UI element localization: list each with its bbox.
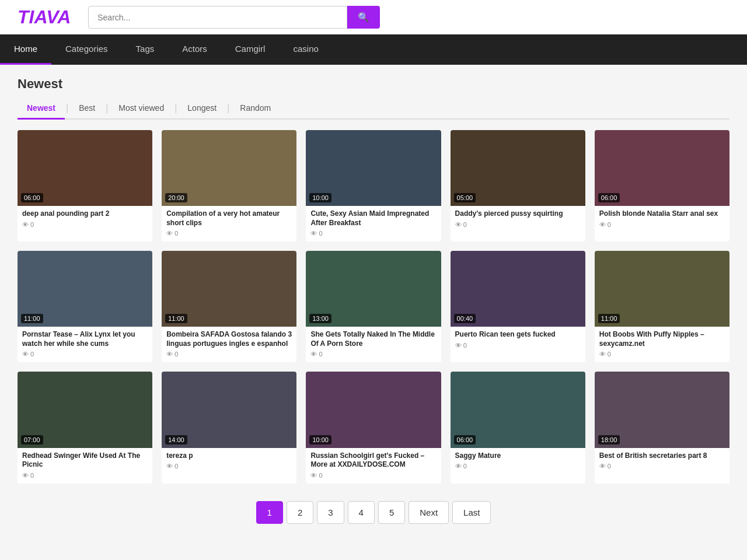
tab-separator: | — [65, 99, 69, 118]
card-info: Compilation of a very hot amateur short … — [162, 206, 296, 242]
nav-item-categories[interactable]: Categories — [51, 34, 122, 65]
video-card[interactable]: 14:00 tereza p 👁 0 — [162, 372, 296, 483]
video-card[interactable]: 11:00 Pornstar Tease – Alix Lynx let you… — [18, 251, 152, 362]
view-count: 👁 0 — [22, 472, 148, 479]
page-button-1[interactable]: 1 — [256, 501, 283, 524]
view-count: 👁 0 — [455, 221, 581, 228]
eye-icon: 👁 — [166, 230, 173, 237]
tab-most-viewed[interactable]: Most viewed — [109, 99, 173, 120]
tab-separator: | — [226, 99, 231, 118]
thumbnail-wrap: 06:00 — [18, 130, 152, 206]
view-count: 👁 0 — [166, 230, 292, 237]
search-input[interactable] — [88, 6, 347, 29]
video-card[interactable]: 18:00 Best of British secretaries part 8… — [595, 372, 729, 483]
view-count: 👁 0 — [22, 351, 148, 358]
tab-longest[interactable]: Longest — [178, 99, 226, 120]
card-info: Best of British secretaries part 8 👁 0 — [595, 448, 729, 475]
card-info: Hot Boobs With Puffy Nipples – sexycamz.… — [595, 327, 729, 362]
nav-item-camgirl[interactable]: Camgirl — [221, 34, 280, 65]
video-card[interactable]: 10:00 Russian Schoolgirl get's Fucked – … — [306, 372, 441, 483]
duration-badge: 00:40 — [454, 314, 476, 323]
video-card[interactable]: 11:00 Hot Boobs With Puffy Nipples – sex… — [595, 251, 729, 362]
video-card[interactable]: 00:40 Puerto Rican teen gets fucked 👁 0 — [451, 251, 585, 362]
video-card[interactable]: 06:00 deep anal pounding part 2 👁 0 — [18, 130, 152, 242]
video-title: Bombeira SAFADA Gostosa falando 3 lingua… — [166, 330, 292, 348]
eye-icon: 👁 — [599, 221, 606, 228]
video-card[interactable]: 05:00 Daddy's pierced pussy squirting 👁 … — [451, 130, 585, 242]
card-info: deep anal pounding part 2 👁 0 — [18, 206, 152, 233]
nav-item-actors[interactable]: Actors — [168, 34, 221, 65]
thumbnail-wrap: 11:00 — [18, 251, 152, 327]
view-count: 👁 0 — [166, 351, 292, 358]
main-nav: HomeCategoriesTagsActorsCamgirlcasino — [0, 34, 747, 65]
view-count: 👁 0 — [166, 463, 292, 470]
eye-icon: 👁 — [22, 472, 29, 479]
eye-icon: 👁 — [166, 463, 173, 470]
video-grid: 06:00 deep anal pounding part 2 👁 0 20:0… — [18, 130, 729, 484]
eye-icon: 👁 — [22, 221, 29, 228]
nav-item-home[interactable]: Home — [0, 34, 51, 65]
eye-icon: 👁 — [310, 230, 317, 237]
thumbnail-wrap: 06:00 — [595, 130, 729, 206]
video-title: Best of British secretaries part 8 — [599, 452, 725, 461]
video-card[interactable]: 06:00 Polish blonde Natalia Starr anal s… — [595, 130, 729, 242]
search-icon: 🔍 — [358, 12, 369, 22]
page-button-4[interactable]: 4 — [348, 501, 375, 524]
card-info: Saggy Mature 👁 0 — [451, 448, 585, 475]
duration-badge: 06:00 — [454, 435, 476, 444]
video-title: Pornstar Tease – Alix Lynx let you watch… — [22, 330, 148, 348]
eye-icon: 👁 — [455, 221, 462, 228]
video-card[interactable]: 11:00 Bombeira SAFADA Gostosa falando 3 … — [162, 251, 296, 362]
page-button-3[interactable]: 3 — [317, 501, 344, 524]
video-card[interactable]: 20:00 Compilation of a very hot amateur … — [162, 130, 296, 242]
card-info: She Gets Totally Naked In The Middle Of … — [306, 327, 441, 362]
site-logo[interactable]: TIAVA — [18, 6, 71, 28]
page-button-2[interactable]: 2 — [287, 501, 313, 524]
nav-item-tags[interactable]: Tags — [122, 34, 169, 65]
eye-icon: 👁 — [599, 351, 606, 358]
view-count: 👁 0 — [599, 463, 725, 470]
view-count: 👁 0 — [22, 221, 148, 228]
thumbnail-wrap: 20:00 — [162, 130, 296, 206]
tab-newest[interactable]: Newest — [18, 99, 65, 120]
view-count: 👁 0 — [455, 463, 581, 470]
tab-separator: | — [104, 99, 109, 118]
video-card[interactable]: 10:00 Cute, Sexy Asian Maid Impregnated … — [306, 130, 441, 242]
video-card[interactable]: 13:00 She Gets Totally Naked In The Midd… — [306, 251, 441, 362]
last-button[interactable]: Last — [452, 501, 491, 524]
page-button-5[interactable]: 5 — [378, 501, 405, 524]
duration-badge: 10:00 — [309, 193, 331, 202]
view-count: 👁 0 — [310, 230, 436, 237]
video-title: Puerto Rican teen gets fucked — [455, 330, 581, 340]
video-card[interactable]: 07:00 Redhead Swinger Wife Used At The P… — [18, 372, 152, 483]
tab-separator: | — [173, 99, 178, 118]
thumbnail-wrap: 10:00 — [306, 130, 441, 206]
duration-badge: 06:00 — [598, 193, 620, 202]
eye-icon: 👁 — [310, 351, 317, 358]
tab-random[interactable]: Random — [231, 99, 280, 120]
video-title: Russian Schoolgirl get's Fucked – More a… — [310, 452, 436, 470]
video-title: Saggy Mature — [455, 452, 581, 461]
card-info: Bombeira SAFADA Gostosa falando 3 lingua… — [162, 327, 296, 362]
tab-best[interactable]: Best — [69, 99, 104, 120]
video-card[interactable]: 06:00 Saggy Mature 👁 0 — [451, 372, 585, 483]
duration-badge: 06:00 — [21, 193, 43, 202]
section-title: Newest — [18, 76, 729, 92]
search-button[interactable]: 🔍 — [347, 6, 380, 29]
card-info: Pornstar Tease – Alix Lynx let you watch… — [18, 327, 152, 362]
next-button[interactable]: Next — [409, 501, 449, 524]
view-count: 👁 0 — [599, 221, 725, 228]
duration-badge: 11:00 — [165, 314, 187, 323]
video-title: Cute, Sexy Asian Maid Impregnated After … — [310, 209, 436, 228]
video-title: Hot Boobs With Puffy Nipples – sexycamz.… — [599, 330, 725, 348]
card-info: Polish blonde Natalia Starr anal sex 👁 0 — [595, 206, 729, 233]
thumbnail-wrap: 11:00 — [162, 251, 296, 327]
eye-icon: 👁 — [22, 351, 29, 358]
eye-icon: 👁 — [455, 463, 462, 470]
view-count: 👁 0 — [599, 351, 725, 358]
eye-icon: 👁 — [455, 342, 462, 349]
duration-badge: 20:00 — [165, 193, 187, 202]
nav-item-casino[interactable]: casino — [279, 34, 332, 65]
view-count: 👁 0 — [455, 342, 581, 349]
thumbnail-wrap: 13:00 — [306, 251, 441, 327]
